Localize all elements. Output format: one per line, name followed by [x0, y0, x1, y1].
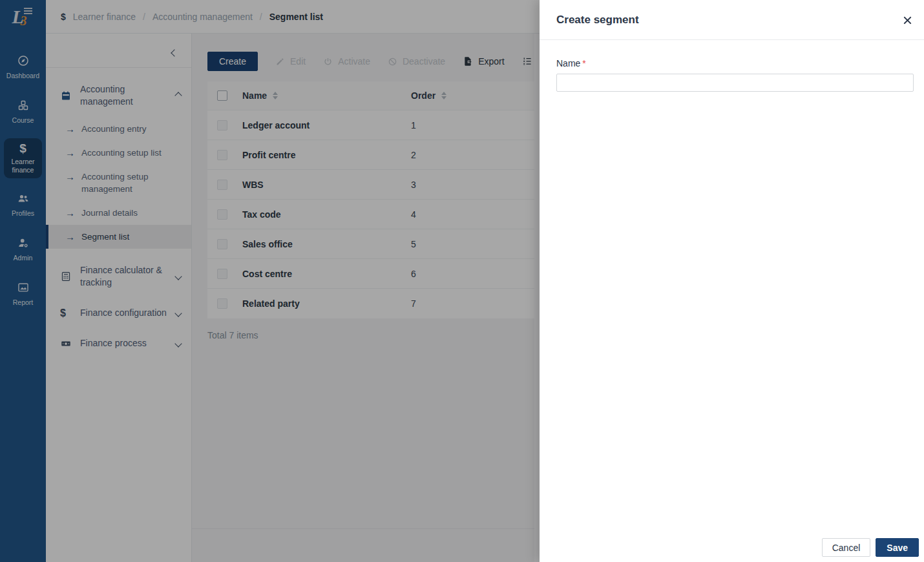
drawer-title: Create segment	[556, 14, 639, 26]
drawer-header: Create segment	[540, 0, 924, 40]
name-field-label: Name*	[556, 58, 914, 68]
drawer-mask[interactable]	[0, 0, 540, 562]
drawer-body: Name*	[540, 40, 924, 92]
name-input[interactable]	[556, 74, 914, 92]
required-asterisk: *	[582, 58, 585, 68]
close-icon[interactable]	[903, 16, 912, 25]
drawer-footer: Cancel Save	[822, 538, 919, 557]
save-button[interactable]: Save	[876, 538, 919, 557]
cancel-button[interactable]: Cancel	[822, 538, 871, 557]
create-segment-drawer: Create segment Name* Cancel Save	[540, 0, 924, 562]
